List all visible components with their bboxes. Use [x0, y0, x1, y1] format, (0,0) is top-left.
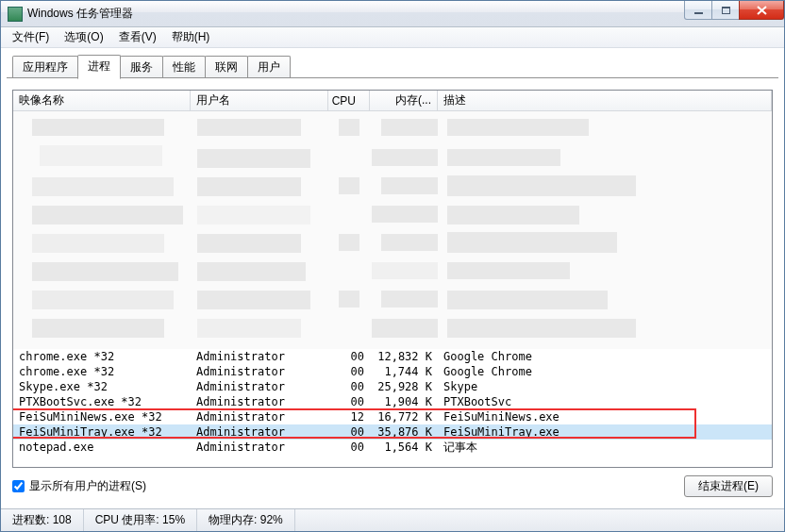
cell-user: Administrator [191, 425, 328, 439]
cell-cpu: 00 [328, 441, 370, 454]
tab-networking[interactable]: 联网 [205, 56, 248, 78]
col-description[interactable]: 描述 [438, 91, 772, 110]
table-row[interactable]: chrome.exe *32Administrator0012,832 KGoo… [13, 349, 772, 364]
cell-cpu: 00 [328, 380, 370, 393]
cell-user: Administrator [191, 365, 328, 378]
cell-desc: PTXBootSvc [438, 395, 772, 408]
cell-desc: 记事本 [438, 440, 772, 456]
col-image-name[interactable]: 映像名称 [13, 91, 191, 110]
maximize-button[interactable] [711, 1, 740, 20]
cell-cpu: 12 [328, 410, 370, 424]
censored-rows [13, 111, 772, 349]
tab-content: 映像名称 用户名 CPU 内存(... 描述 [1, 78, 784, 508]
cell-mem: 1,904 K [370, 395, 438, 408]
list-header: 映像名称 用户名 CPU 内存(... 描述 [13, 91, 772, 111]
cell-mem: 25,928 K [370, 380, 438, 393]
cell-image: FeiSuMiniTray.exe *32 [13, 425, 191, 439]
cell-image: Skype.exe *32 [13, 380, 191, 393]
task-manager-window: Windows 任务管理器 文件(F) 选项(O) 查看(V) 帮助(H) 应用… [0, 0, 785, 532]
tab-applications[interactable]: 应用程序 [12, 56, 78, 78]
table-row[interactable]: chrome.exe *32Administrator001,744 KGoog… [13, 364, 772, 379]
bottom-row: 显示所有用户的进程(S) 结束进程(E) [12, 475, 773, 497]
cell-cpu: 00 [328, 425, 370, 439]
end-process-button[interactable]: 结束进程(E) [684, 475, 773, 497]
titlebar[interactable]: Windows 任务管理器 [1, 1, 784, 27]
table-row[interactable]: FeiSuMiniTray.exe *32Administrator0035,8… [13, 424, 772, 440]
show-all-users-label[interactable]: 显示所有用户的进程(S) [12, 478, 146, 494]
cell-image: FeiSuMiniNews.exe *32 [13, 410, 191, 424]
process-list[interactable]: 映像名称 用户名 CPU 内存(... 描述 [12, 90, 773, 468]
menu-file[interactable]: 文件(F) [5, 26, 57, 48]
table-row[interactable]: FeiSuMiniNews.exe *32Administrator1216,7… [13, 409, 772, 424]
minimize-button[interactable] [684, 1, 712, 20]
tab-services[interactable]: 服务 [120, 56, 163, 78]
cell-user: Administrator [191, 395, 328, 408]
cell-cpu: 00 [328, 395, 370, 408]
status-bar: 进程数: 108 CPU 使用率: 15% 物理内存: 92% [1, 508, 784, 531]
cell-cpu: 00 [328, 365, 370, 378]
cell-mem: 35,876 K [370, 425, 438, 439]
cell-user: Administrator [191, 441, 328, 454]
cell-desc: FeiSuMiniNews.exe [438, 410, 772, 424]
cell-desc: FeiSuMiniTray.exe [438, 425, 772, 439]
close-icon [757, 6, 767, 15]
window-title: Windows 任务管理器 [27, 6, 133, 22]
close-button[interactable] [739, 1, 784, 20]
tabstrip: 应用程序 进程 服务 性能 联网 用户 [1, 54, 784, 78]
col-user-name[interactable]: 用户名 [191, 91, 328, 110]
cell-mem: 1,744 K [370, 365, 438, 378]
table-row[interactable]: Skype.exe *32Administrator0025,928 KSkyp… [13, 379, 772, 394]
show-all-users-checkbox[interactable] [12, 480, 25, 492]
cell-mem: 12,832 K [370, 350, 438, 363]
col-memory[interactable]: 内存(... [370, 91, 438, 110]
cell-image: PTXBootSvc.exe *32 [13, 395, 191, 408]
cell-mem: 16,772 K [370, 410, 438, 424]
cell-desc: Google Chrome [438, 350, 772, 363]
window-controls [684, 1, 784, 20]
menubar: 文件(F) 选项(O) 查看(V) 帮助(H) [1, 27, 784, 48]
cell-desc: Skype [438, 380, 772, 393]
menu-view[interactable]: 查看(V) [111, 26, 164, 48]
cell-mem: 1,564 K [370, 441, 438, 454]
cell-user: Administrator [191, 350, 328, 363]
cell-user: Administrator [191, 410, 328, 424]
table-row[interactable]: notepad.exeAdministrator001,564 K记事本 [13, 440, 772, 455]
menu-options[interactable]: 选项(O) [57, 26, 110, 48]
cell-user: Administrator [191, 380, 328, 393]
show-all-users-text: 显示所有用户的进程(S) [29, 478, 146, 494]
cell-image: chrome.exe *32 [13, 365, 191, 378]
table-row[interactable]: PTXBootSvc.exe *32Administrator001,904 K… [13, 394, 772, 409]
tab-processes[interactable]: 进程 [77, 55, 121, 79]
cell-image: chrome.exe *32 [13, 350, 191, 363]
cell-image: notepad.exe [13, 441, 191, 454]
list-body: chrome.exe *32Administrator0012,832 KGoo… [13, 111, 772, 467]
tab-users[interactable]: 用户 [247, 56, 291, 78]
status-cpu-usage: CPU 使用率: 15% [84, 509, 197, 531]
cell-desc: Google Chrome [438, 365, 772, 378]
app-icon [8, 7, 23, 22]
col-cpu[interactable]: CPU [328, 91, 370, 110]
status-memory-usage: 物理内存: 92% [197, 509, 295, 531]
cell-cpu: 00 [328, 350, 370, 363]
status-process-count: 进程数: 108 [1, 509, 84, 531]
tab-performance[interactable]: 性能 [162, 56, 206, 78]
menu-help[interactable]: 帮助(H) [164, 26, 218, 48]
